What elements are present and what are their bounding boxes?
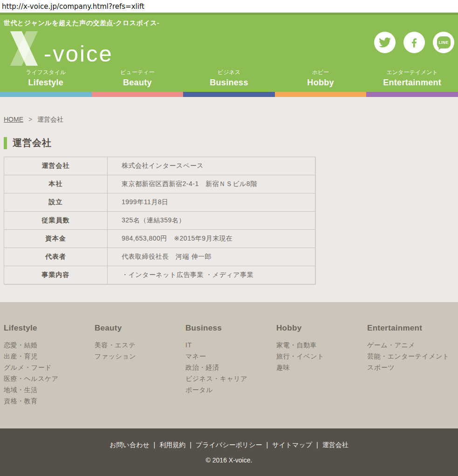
footer-link[interactable]: 旅行・イベント — [276, 351, 367, 362]
stripe-hobby — [275, 92, 367, 97]
bottom-link-separator: | — [190, 441, 191, 448]
bottom-link-separator: | — [316, 441, 318, 448]
footer-column-business: Business IT マネー 政治・経済 ビジネス・キャリア ポータル — [185, 324, 276, 414]
footer-link[interactable]: マネー — [185, 351, 276, 362]
nav-item-lifestyle[interactable]: ライフスタイル Lifestyle — [0, 69, 92, 88]
bottom-link-company[interactable]: 運営会社 — [322, 441, 349, 448]
bottom-link-privacy[interactable]: プライバシーポリシー — [196, 441, 262, 448]
nav-item-business-jp: ビジネス — [183, 69, 275, 76]
footer-link[interactable]: ポータル — [185, 384, 276, 395]
nav-item-lifestyle-jp: ライフスタイル — [0, 69, 92, 76]
row-label: 運営会社 — [4, 157, 108, 175]
bottom-link-sitemap[interactable]: サイトマップ — [272, 441, 312, 448]
nav-item-business[interactable]: ビジネス Business — [183, 69, 275, 88]
line-button[interactable]: LINE — [433, 32, 454, 53]
nav-item-hobby-en: Hobby — [275, 78, 367, 88]
row-value: 株式会社インタースペース — [108, 157, 315, 175]
table-row: 代表者 代表取締役社長 河端 伸一郎 — [4, 248, 315, 266]
footer-link[interactable]: 政治・経済 — [185, 362, 276, 373]
url-text: http://x-voice.jp/company.html?refs=xlif… — [0, 0, 458, 13]
row-value: 1999年11月8日 — [108, 193, 315, 212]
footer-link[interactable]: 家電・自動車 — [276, 339, 367, 351]
bottom-links: お問い合わせ|利用規約|プライバシーポリシー|サイトマップ|運営会社 — [0, 441, 458, 449]
category-color-stripe — [0, 92, 458, 97]
table-row: 運営会社 株式会社インタースペース — [4, 157, 315, 175]
breadcrumb: HOME > 運営会社 — [4, 116, 454, 124]
row-value: 325名（連結359名） — [108, 212, 315, 230]
bottom-link-contact[interactable]: お問い合わせ — [109, 441, 149, 448]
bottom-link-terms[interactable]: 利用規約 — [159, 441, 185, 448]
footer-link[interactable]: ゲーム・アニメ — [367, 339, 458, 351]
logo-wordmark: -voice — [44, 43, 113, 66]
stripe-beauty — [92, 92, 184, 97]
footer-link[interactable]: 出産・育児 — [4, 351, 95, 362]
nav-item-beauty-en: Beauty — [92, 78, 184, 88]
logo-x-mark — [4, 31, 44, 66]
page-title: 運営会社 — [4, 137, 454, 149]
footer-link[interactable]: 医療・ヘルスケア — [4, 373, 95, 384]
row-label: 事業内容 — [4, 266, 108, 284]
table-row: 従業員数 325名（連結359名） — [4, 212, 315, 230]
footer-column-title: Business — [185, 324, 276, 333]
footer-link[interactable]: 趣味 — [276, 362, 367, 373]
row-label: 従業員数 — [4, 212, 108, 230]
footer-link[interactable]: 地域・生活 — [4, 384, 95, 395]
footer-link[interactable]: 美容・エステ — [95, 339, 185, 351]
copyright: © 2016 X-voice. — [0, 456, 458, 464]
breadcrumb-current: 運営会社 — [37, 116, 63, 123]
table-row: 事業内容 ・インターネット広告事業 ・メディア事業 — [4, 266, 315, 284]
nav-item-lifestyle-en: Lifestyle — [0, 78, 92, 88]
footer-link[interactable]: ファッション — [95, 351, 185, 362]
row-value: 984,653,800円 ※2015年9月末現在 — [108, 230, 315, 248]
footer-link[interactable]: IT — [185, 339, 276, 351]
footer-column-title: Hobby — [276, 324, 367, 333]
footer-column-hobby: Hobby 家電・自動車 旅行・イベント 趣味 — [276, 324, 367, 414]
row-label: 代表者 — [4, 248, 108, 266]
nav-item-entertainment[interactable]: エンターテイメント Entertainment — [366, 69, 458, 88]
row-label: 設立 — [4, 193, 108, 212]
breadcrumb-home-link[interactable]: HOME — [4, 116, 23, 123]
site-header: 世代とジャンルを超えた声の交差点-クロスボイス- -voice LINE ライフ… — [0, 13, 458, 97]
social-links: LINE — [374, 32, 454, 53]
row-label: 資本金 — [4, 230, 108, 248]
title-accent-bar — [4, 137, 7, 149]
twitter-icon — [379, 36, 391, 48]
nav-item-business-en: Business — [183, 78, 275, 88]
company-info-table: 運営会社 株式会社インタースペース 本社 東京都新宿区西新宿2-4-1 新宿ＮＳ… — [4, 157, 315, 284]
footer-column-entertainment: Entertainment ゲーム・アニメ 芸能・エンターテイメント スポーツ — [367, 324, 458, 414]
line-icon-label: LINE — [439, 40, 449, 45]
breadcrumb-separator: > — [28, 116, 32, 123]
site-tagline: 世代とジャンルを超えた声の交差点-クロスボイス- — [0, 15, 458, 28]
footer-column-lifestyle: Lifestyle 恋愛・結婚 出産・育児 グルメ・フード 医療・ヘルスケア 地… — [4, 324, 95, 414]
sitemap-footer: Lifestyle 恋愛・結婚 出産・育児 グルメ・フード 医療・ヘルスケア 地… — [0, 302, 458, 428]
page-title-text: 運営会社 — [13, 137, 52, 149]
stripe-business — [183, 92, 275, 97]
bottom-link-separator: | — [154, 441, 156, 448]
stripe-entertainment — [366, 92, 458, 97]
stripe-lifestyle — [0, 92, 92, 97]
footer-link[interactable]: ビジネス・キャリア — [185, 373, 276, 384]
nav-item-beauty-jp: ビューティー — [92, 69, 184, 76]
footer-link[interactable]: グルメ・フード — [4, 362, 95, 373]
nav-item-entertainment-jp: エンターテイメント — [366, 69, 458, 76]
nav-item-hobby[interactable]: ホビー Hobby — [275, 69, 367, 88]
main-nav: ライフスタイル Lifestyle ビューティー Beauty ビジネス Bus… — [0, 66, 458, 92]
nav-item-beauty[interactable]: ビューティー Beauty — [92, 69, 184, 88]
footer-link[interactable]: 芸能・エンターテイメント — [367, 351, 458, 362]
table-row: 本社 東京都新宿区西新宿2-4-1 新宿ＮＳビル8階 — [4, 175, 315, 193]
line-icon: LINE — [437, 36, 451, 48]
bottom-bar: お問い合わせ|利用規約|プライバシーポリシー|サイトマップ|運営会社 © 201… — [0, 428, 458, 476]
footer-column-beauty: Beauty 美容・エステ ファッション — [95, 324, 185, 414]
nav-item-hobby-jp: ホビー — [275, 69, 367, 76]
row-value: 代表取締役社長 河端 伸一郎 — [108, 248, 315, 266]
facebook-button[interactable] — [403, 32, 425, 53]
footer-link[interactable]: 資格・教育 — [4, 395, 95, 407]
footer-link[interactable]: スポーツ — [367, 362, 458, 373]
footer-column-title: Entertainment — [367, 324, 458, 333]
footer-link[interactable]: 恋愛・結婚 — [4, 339, 95, 351]
twitter-button[interactable] — [374, 32, 396, 53]
row-value: ・インターネット広告事業 ・メディア事業 — [108, 266, 315, 284]
table-row: 資本金 984,653,800円 ※2015年9月末現在 — [4, 230, 315, 248]
nav-item-entertainment-en: Entertainment — [366, 78, 458, 88]
row-label: 本社 — [4, 175, 108, 193]
